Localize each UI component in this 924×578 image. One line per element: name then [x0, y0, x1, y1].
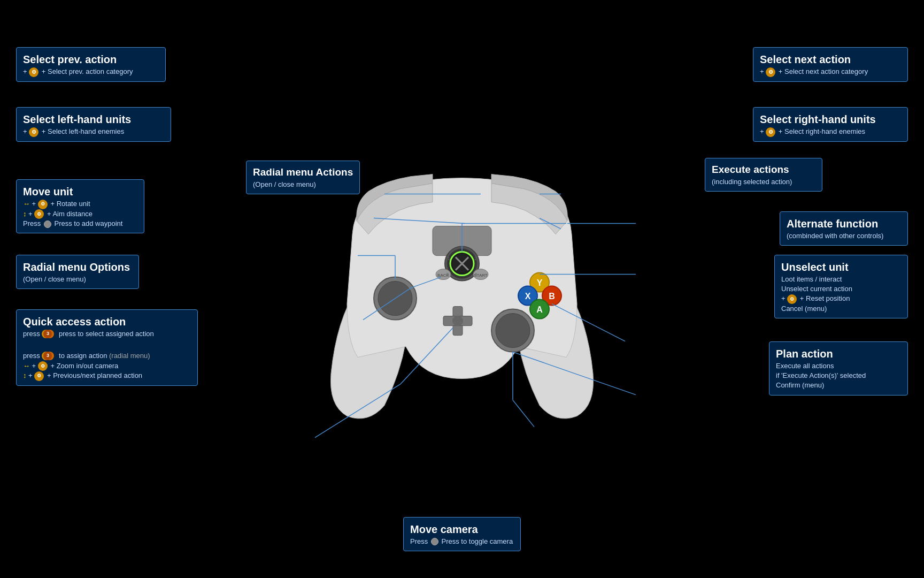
tooltip-sub: Press Press to add waypoint: [23, 219, 137, 229]
tooltip-title: Radial menu Actions: [253, 165, 353, 180]
svg-point-23: [496, 314, 530, 348]
tooltip-radial-menu-actions: Radial menu Actions (Open / close menu): [246, 161, 360, 194]
tooltip-select-prev-action: Select prev. action + ⚙ + Select prev. a…: [16, 47, 166, 82]
tooltip-unselect-unit: Unselect unit Loot items / interact Unse…: [774, 255, 908, 318]
tooltip-select-right-hand: Select right-hand units + ⚙ + Select rig…: [753, 107, 908, 142]
tooltip-sub: if 'Execute Action(s)' selected: [776, 371, 901, 381]
tooltip-sub: + ⚙ + Select next action category: [760, 67, 901, 77]
tooltip-title: Select right-hand units: [760, 112, 901, 127]
tooltip-plan-action: Plan action Execute all actions if 'Exec…: [769, 341, 908, 396]
tooltip-title: Move unit: [23, 184, 137, 199]
tooltip-sub: (including selected action): [712, 177, 815, 187]
svg-text:Y: Y: [537, 278, 543, 287]
tooltip-title: Quick access action: [23, 314, 191, 329]
tooltip-quick-access: Quick access action press 1 2 3 press to…: [16, 309, 198, 386]
svg-text:1: 1: [448, 256, 450, 261]
tooltip-sub: + ⚙ + Select right-hand enemies: [760, 127, 901, 137]
svg-text:4: 4: [474, 272, 477, 277]
svg-text:3: 3: [446, 272, 449, 277]
tooltip-title: Select prev. action: [23, 52, 159, 67]
tooltip-title: Alternate function: [787, 216, 901, 231]
tooltip-select-left-hand: Select left-hand units + ⚙ + Select left…: [16, 107, 171, 142]
tooltip-execute-actions: Execute actions (including selected acti…: [705, 158, 822, 192]
tooltip-sub: ↔ + ⚙ + Zoom in/out camera: [23, 361, 191, 371]
svg-text:2: 2: [474, 256, 477, 261]
svg-text:X: X: [525, 292, 531, 301]
tooltip-sub: Cancel (menu): [781, 304, 901, 314]
tooltip-move-unit: Move unit ↔ + ⚙ + Rotate unit ↕ + ⚙ + Ai…: [16, 179, 144, 233]
tooltip-alternate-function: Alternate function (combinded with other…: [780, 211, 908, 246]
svg-text:B: B: [549, 292, 555, 301]
tooltip-sub: ↔ + ⚙ + Rotate unit: [23, 199, 137, 209]
tooltip-sub: (Open / close menu): [253, 180, 353, 189]
tooltip-title: Select next action: [760, 52, 901, 67]
tooltip-move-camera: Move camera Press Press to toggle camera: [403, 517, 521, 551]
tooltip-title: Select left-hand units: [23, 112, 164, 127]
tooltip-sub: + ⚙ + Reset position: [781, 294, 901, 304]
tooltip-title: Unselect unit: [781, 260, 901, 275]
tooltip-sub: ↕ + ⚙ + Previous/next planned action: [23, 371, 191, 381]
tooltip-sub: Unselect current action: [781, 284, 901, 294]
tooltip-sub: press 1 2 3 press to select assigned act…: [23, 329, 191, 339]
tooltip-title: Plan action: [776, 346, 901, 361]
tooltip-sub: press 1 2 3 to assign action (radial men…: [23, 351, 191, 361]
tooltip-sub: Confirm (menu): [776, 381, 901, 390]
tooltip-select-next-action: Select next action + ⚙ + Select next act…: [753, 47, 908, 82]
tooltip-title: Execute actions: [712, 163, 815, 177]
tooltip-title: Move camera: [410, 522, 514, 537]
svg-text:A: A: [536, 305, 543, 314]
tooltip-sub: + ⚙ + Select left-hand enemies: [23, 127, 164, 137]
tooltip-sub: (combinded with other controls): [787, 231, 901, 241]
svg-point-21: [452, 316, 463, 326]
tooltip-sub: Execute all actions: [776, 361, 901, 371]
tooltip-sub: (Open / close menu): [23, 275, 132, 284]
tooltip-sub: ↕ + ⚙ + Aim distance: [23, 209, 137, 219]
tooltip-sub: Loot items / interact: [781, 275, 901, 284]
tooltip-title: Radial menu Options: [23, 260, 132, 275]
tooltip-sub: Press Press to toggle camera: [410, 537, 514, 546]
tooltip-sub: + ⚙ + Select prev. action category: [23, 67, 159, 77]
tooltip-radial-menu-options: Radial menu Options (Open / close menu): [16, 255, 139, 289]
